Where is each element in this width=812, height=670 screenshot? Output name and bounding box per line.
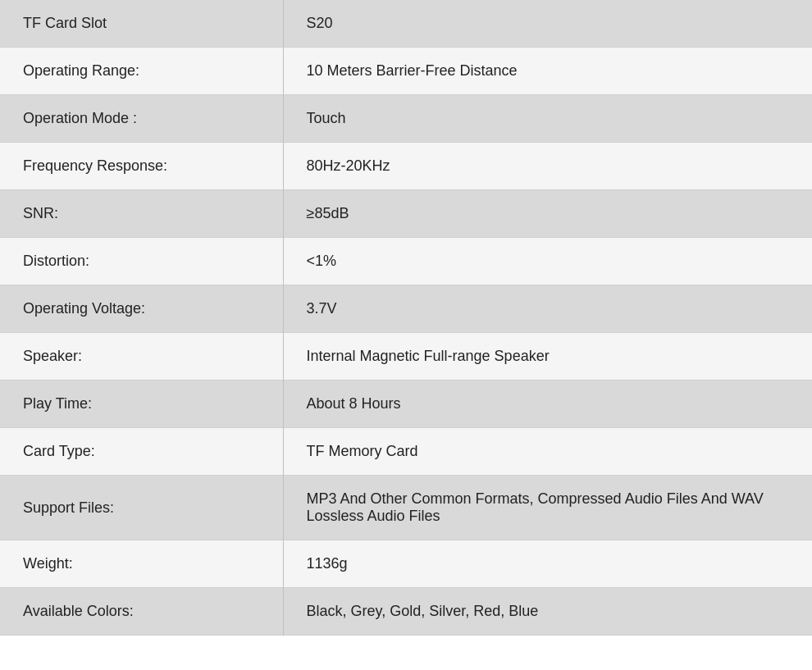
spec-label: Play Time: xyxy=(0,381,283,428)
spec-value: About 8 Hours xyxy=(283,381,812,428)
table-row: Available Colors:Black, Grey, Gold, Silv… xyxy=(0,588,812,636)
table-row: Operation Mode :Touch xyxy=(0,95,812,143)
spec-label: Speaker: xyxy=(0,333,283,381)
spec-label: SNR: xyxy=(0,190,283,238)
spec-value: <1% xyxy=(283,238,812,285)
spec-label: Operation Mode : xyxy=(0,95,283,143)
table-row: TF Card SlotS20 xyxy=(0,0,812,48)
spec-label: Operating Voltage: xyxy=(0,285,283,333)
spec-label: TF Card Slot xyxy=(0,0,283,48)
spec-label: Weight: xyxy=(0,540,283,588)
table-row: SNR:≥85dB xyxy=(0,190,812,238)
spec-value: TF Memory Card xyxy=(283,428,812,476)
table-row: Distortion:<1% xyxy=(0,238,812,285)
table-row: Frequency Response:80Hz-20KHz xyxy=(0,143,812,190)
specs-table: TF Card SlotS20Operating Range:10 Meters… xyxy=(0,0,812,636)
table-row: Play Time:About 8 Hours xyxy=(0,381,812,428)
table-row: Operating Range:10 Meters Barrier-Free D… xyxy=(0,48,812,95)
table-row: Support Files:MP3 And Other Common Forma… xyxy=(0,476,812,540)
spec-value: 10 Meters Barrier-Free Distance xyxy=(283,48,812,95)
spec-value: 1136g xyxy=(283,540,812,588)
spec-value: Touch xyxy=(283,95,812,143)
spec-value: Black, Grey, Gold, Silver, Red, Blue xyxy=(283,588,812,636)
spec-value: S20 xyxy=(283,0,812,48)
table-row: Speaker: Internal Magnetic Full-range Sp… xyxy=(0,333,812,381)
spec-label: Frequency Response: xyxy=(0,143,283,190)
spec-value: ≥85dB xyxy=(283,190,812,238)
spec-label: Distortion: xyxy=(0,238,283,285)
spec-value: MP3 And Other Common Formats, Compressed… xyxy=(283,476,812,540)
table-row: Card Type: TF Memory Card xyxy=(0,428,812,476)
spec-label: Card Type: xyxy=(0,428,283,476)
spec-label: Support Files: xyxy=(0,476,283,540)
table-row: Operating Voltage:3.7V xyxy=(0,285,812,333)
table-row: Weight:1136g xyxy=(0,540,812,588)
spec-value: 3.7V xyxy=(283,285,812,333)
spec-value: 80Hz-20KHz xyxy=(283,143,812,190)
spec-label: Available Colors: xyxy=(0,588,283,636)
spec-value: Internal Magnetic Full-range Speaker xyxy=(283,333,812,381)
spec-label: Operating Range: xyxy=(0,48,283,95)
